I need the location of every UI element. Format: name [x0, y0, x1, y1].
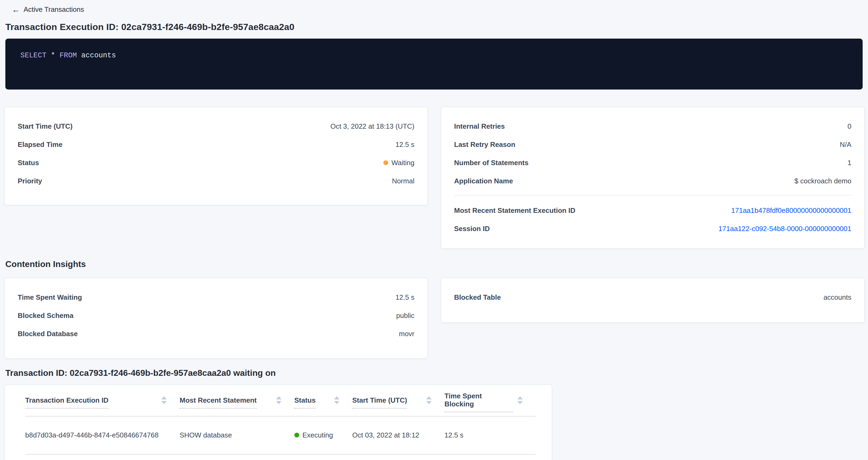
- status-label: Status: [18, 158, 39, 166]
- blocked-schema-label: Blocked Schema: [18, 311, 73, 319]
- cell-time-spent-blocking: 12.5 s: [444, 416, 536, 454]
- sort-down-icon: [334, 401, 339, 404]
- time-spent-waiting-row: Time Spent Waiting 12.5 s: [18, 288, 414, 306]
- elapsed-time-value: 12.5 s: [395, 140, 414, 148]
- last-retry-reason-value: N/A: [840, 140, 851, 148]
- column-header-most-recent-statement: Most Recent Statement: [180, 385, 294, 416]
- column-label-start-time[interactable]: Start Time (UTC): [352, 396, 407, 408]
- contention-insights-heading: Contention Insights: [5, 259, 864, 269]
- sort-down-icon: [426, 401, 432, 404]
- sql-identifier: accounts: [81, 52, 116, 60]
- sort-control-status[interactable]: [330, 396, 339, 404]
- statement-execution-id-label: Most Recent Statement Execution ID: [454, 206, 575, 214]
- sql-star: *: [51, 52, 55, 60]
- sort-up-icon: [276, 396, 281, 400]
- statement-execution-id-link[interactable]: 171aa1b478fdf0e80000000000000001: [731, 206, 851, 214]
- column-header-status: Status: [294, 385, 352, 416]
- priority-value: Normal: [392, 177, 414, 185]
- sort-down-icon: [276, 401, 281, 404]
- internal-retries-row: Internal Retries 0: [454, 117, 851, 135]
- status-badge: Waiting: [383, 158, 414, 166]
- cell-start-time: Oct 03, 2022 at 18:12: [352, 416, 444, 454]
- sort-control-transaction-execution-id[interactable]: [157, 396, 167, 404]
- sort-up-icon: [426, 396, 432, 400]
- waiting-on-table: Transaction Execution ID Most Recent Sta…: [25, 385, 536, 454]
- number-of-statements-value: 1: [848, 158, 851, 166]
- blocked-table-label: Blocked Table: [454, 293, 501, 301]
- sort-up-icon: [517, 396, 523, 400]
- contention-details-card: Time Spent Waiting 12.5 s Blocked Schema…: [4, 278, 428, 359]
- table-row: b8d7d03a-d497-446b-8474-e50846674768 SHO…: [25, 416, 536, 454]
- internal-retries-label: Internal Retries: [454, 122, 505, 130]
- back-to-active-transactions-link[interactable]: ← Active Transactions: [12, 5, 84, 13]
- last-retry-reason-row: Last Retry Reason N/A: [454, 135, 851, 153]
- cell-status: Executing: [294, 416, 352, 454]
- blocked-database-value: movr: [399, 330, 414, 337]
- sort-down-icon: [161, 401, 167, 404]
- waiting-on-heading: Transaction ID: 02ca7931-f246-469b-b2fe-…: [5, 368, 864, 378]
- cell-status-value: Executing: [302, 431, 333, 439]
- last-retry-reason-label: Last Retry Reason: [454, 140, 515, 148]
- start-time-row: Start Time (UTC) Oct 3, 2022 at 18:13 (U…: [18, 117, 414, 135]
- time-spent-waiting-value: 12.5 s: [395, 293, 414, 301]
- internal-retries-value: 0: [848, 122, 851, 130]
- executing-status-dot-icon: [294, 433, 299, 437]
- card-divider: [454, 195, 851, 196]
- status-row: Status Waiting: [18, 153, 414, 172]
- column-header-start-time: Start Time (UTC): [352, 385, 444, 416]
- priority-row: Priority Normal: [18, 172, 414, 190]
- blocked-table-value: accounts: [824, 293, 851, 301]
- sql-keyword-select: SELECT: [20, 52, 46, 60]
- transaction-details-page: ← Active Transactions Transaction Execut…: [0, 0, 868, 460]
- sort-control-start-time[interactable]: [422, 396, 432, 404]
- blocked-schema-row: Blocked Schema public: [18, 306, 414, 324]
- column-label-most-recent-statement[interactable]: Most Recent Statement: [180, 396, 257, 408]
- page-title: Transaction Execution ID: 02ca7931-f246-…: [5, 22, 864, 33]
- status-value: Waiting: [392, 158, 414, 166]
- session-id-link[interactable]: 171aa122-c092-54b8-0000-000000000001: [718, 224, 851, 233]
- sort-control-most-recent-statement[interactable]: [272, 396, 281, 404]
- blocked-database-label: Blocked Database: [18, 330, 78, 337]
- column-header-transaction-execution-id: Transaction Execution ID: [25, 385, 180, 416]
- session-id-row: Session ID 171aa122-c092-54b8-0000-00000…: [454, 219, 851, 238]
- blocked-table-row: Blocked Table accounts: [454, 288, 851, 306]
- back-link-label: Active Transactions: [24, 5, 84, 13]
- transaction-details-card: Start Time (UTC) Oct 3, 2022 at 18:13 (U…: [4, 107, 428, 205]
- column-label-status[interactable]: Status: [294, 396, 315, 408]
- execution-details-card: Internal Retries 0 Last Retry Reason N/A…: [441, 107, 865, 249]
- blocked-schema-value: public: [396, 311, 414, 319]
- column-header-time-spent-blocking: Time Spent Blocking: [444, 385, 536, 416]
- time-spent-waiting-label: Time Spent Waiting: [18, 293, 82, 301]
- application-name-value: $ cockroach demo: [795, 177, 851, 185]
- elapsed-time-row: Elapsed Time 12.5 s: [18, 135, 414, 153]
- sort-up-icon: [161, 396, 167, 400]
- sort-down-icon: [517, 401, 523, 404]
- number-of-statements-row: Number of Statements 1: [454, 153, 851, 172]
- session-id-label: Session ID: [454, 224, 490, 233]
- start-time-label: Start Time (UTC): [18, 122, 73, 130]
- cell-most-recent-statement: SHOW database: [180, 416, 294, 454]
- table-header-row: Transaction Execution ID Most Recent Sta…: [25, 385, 536, 416]
- elapsed-time-label: Elapsed Time: [18, 140, 62, 148]
- priority-label: Priority: [18, 177, 42, 185]
- number-of-statements-label: Number of Statements: [454, 158, 528, 166]
- column-label-transaction-execution-id[interactable]: Transaction Execution ID: [25, 396, 108, 408]
- column-label-time-spent-blocking[interactable]: Time Spent Blocking: [444, 392, 513, 412]
- sql-statement-box: SELECT * FROM accounts: [5, 39, 863, 90]
- start-time-value: Oct 3, 2022 at 18:13 (UTC): [330, 122, 414, 130]
- back-arrow-icon: ←: [12, 5, 20, 13]
- application-name-label: Application Name: [454, 177, 513, 185]
- statement-execution-id-row: Most Recent Statement Execution ID 171aa…: [454, 201, 851, 219]
- blocked-table-card: Blocked Table accounts: [441, 278, 865, 323]
- sort-control-time-spent-blocking[interactable]: [513, 396, 523, 404]
- summary-cards-row: Start Time (UTC) Oct 3, 2022 at 18:13 (U…: [4, 107, 864, 249]
- contention-cards-row: Time Spent Waiting 12.5 s Blocked Schema…: [4, 278, 864, 359]
- sort-up-icon: [334, 396, 339, 400]
- waiting-on-table-card: Transaction Execution ID Most Recent Sta…: [4, 385, 552, 460]
- cell-transaction-execution-id: b8d7d03a-d497-446b-8474-e50846674768: [25, 416, 180, 454]
- blocked-database-row: Blocked Database movr: [18, 324, 414, 343]
- application-name-row: Application Name $ cockroach demo: [454, 172, 851, 190]
- sql-keyword-from: FROM: [60, 52, 77, 60]
- waiting-status-dot-icon: [383, 160, 388, 165]
